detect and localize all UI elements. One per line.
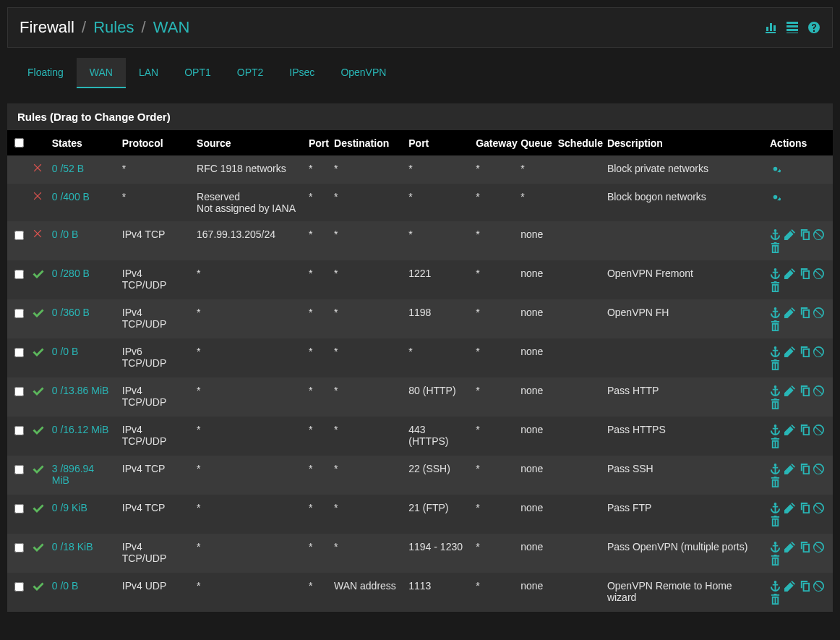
edit-icon[interactable] [784,580,796,592]
tab-opt1[interactable]: OPT1 [171,58,224,88]
delete-icon[interactable] [770,281,781,292]
states-link[interactable]: 0 /18 KiB [52,541,93,552]
tab-wan[interactable]: WAN [77,58,126,88]
breadcrumb-sub[interactable]: Rules [93,18,134,36]
rule-row[interactable]: 0 /52 B*RFC 1918 networks*****Block priv… [7,155,833,184]
row-select-checkbox[interactable] [14,504,24,513]
copy-icon[interactable] [799,424,810,435]
edit-icon[interactable] [784,424,796,435]
list-icon[interactable] [786,21,799,34]
tab-lan[interactable]: LAN [126,58,171,88]
rule-row[interactable]: 0 /18 KiBIPv4 TCP/UDP***1194 - 1230*none… [7,534,833,573]
anchor-icon[interactable] [770,541,781,552]
rule-row[interactable]: 0 /280 BIPv4 TCP/UDP***1221*noneOpenVPN … [7,260,833,299]
row-select-checkbox[interactable] [14,582,24,592]
settings-icon[interactable] [770,191,781,202]
disable-icon[interactable] [813,385,825,396]
delete-icon[interactable] [770,359,781,370]
rule-row[interactable]: 0 /360 BIPv4 TCP/UDP***1198*noneOpenVPN … [7,299,833,338]
states-link[interactable]: 0 /0 B [52,346,79,357]
cell-source-port: * [304,456,330,495]
bar-chart-icon[interactable] [764,21,777,34]
disable-icon[interactable] [813,307,825,318]
select-all-checkbox[interactable] [14,138,24,148]
tab-floating[interactable]: Floating [14,58,77,88]
rule-row[interactable]: 0 /9 KiBIPv4 TCP***21 (FTP)*nonePass FTP [7,495,833,534]
edit-icon[interactable] [784,541,796,552]
row-select-checkbox[interactable] [14,270,24,279]
states-link[interactable]: 0 /400 B [52,191,90,202]
copy-icon[interactable] [799,268,810,279]
anchor-icon[interactable] [770,346,781,357]
states-link[interactable]: 3 /896.94 MiB [52,463,94,486]
breadcrumb-leaf[interactable]: WAN [153,18,190,36]
anchor-icon[interactable] [770,463,781,474]
delete-icon[interactable] [770,476,781,487]
disable-icon[interactable] [813,346,825,357]
anchor-icon[interactable] [770,424,781,435]
tab-opt2[interactable]: OPT2 [224,58,277,88]
edit-icon[interactable] [784,268,796,279]
row-select-checkbox[interactable] [14,426,24,435]
delete-icon[interactable] [770,398,781,409]
delete-icon[interactable] [770,515,781,526]
edit-icon[interactable] [784,229,796,240]
disable-icon[interactable] [813,580,825,592]
states-link[interactable]: 0 /52 B [52,163,84,174]
row-select-checkbox[interactable] [14,387,24,396]
row-select-checkbox[interactable] [14,309,24,318]
states-link[interactable]: 0 /16.12 MiB [52,424,109,435]
delete-icon[interactable] [770,320,781,331]
disable-icon[interactable] [813,502,825,513]
anchor-icon[interactable] [770,502,781,513]
anchor-icon[interactable] [770,229,781,240]
states-link[interactable]: 0 /13.86 MiB [52,385,109,396]
tab-ipsec[interactable]: IPsec [276,58,327,88]
states-link[interactable]: 0 /9 KiB [52,502,87,513]
copy-icon[interactable] [799,541,810,552]
rule-row[interactable]: 0 /0 BIPv6 TCP/UDP*****none [7,338,833,377]
row-select-checkbox[interactable] [14,348,24,357]
states-link[interactable]: 0 /360 B [52,307,90,318]
disable-icon[interactable] [813,424,825,435]
rule-row[interactable]: 3 /896.94 MiBIPv4 TCP***22 (SSH)*nonePas… [7,456,833,495]
copy-icon[interactable] [799,307,810,318]
rule-row[interactable]: 0 /13.86 MiBIPv4 TCP/UDP***80 (HTTP)*non… [7,377,833,417]
copy-icon[interactable] [799,463,810,474]
copy-icon[interactable] [799,502,810,513]
delete-icon[interactable] [770,554,781,566]
disable-icon[interactable] [813,229,825,240]
copy-icon[interactable] [799,346,810,357]
edit-icon[interactable] [784,463,796,474]
tab-openvpn[interactable]: OpenVPN [327,58,399,88]
copy-icon[interactable] [799,580,810,592]
row-select-checkbox[interactable] [14,231,24,240]
edit-icon[interactable] [784,385,796,396]
disable-icon[interactable] [813,541,825,552]
rule-row[interactable]: 0 /0 BIPv4 TCP167.99.13.205/24****none [7,221,833,260]
help-icon[interactable] [807,21,820,34]
rule-row[interactable]: 0 /0 BIPv4 UDP**WAN address1113*noneOpen… [7,573,833,612]
row-select-checkbox[interactable] [14,543,24,552]
rule-row[interactable]: 0 /16.12 MiBIPv4 TCP/UDP***443 (HTTPS)*n… [7,417,833,456]
states-link[interactable]: 0 /280 B [52,268,90,279]
anchor-icon[interactable] [770,307,781,318]
row-select-checkbox[interactable] [14,465,24,474]
settings-icon[interactable] [770,163,781,174]
disable-icon[interactable] [813,463,825,474]
anchor-icon[interactable] [770,268,781,279]
rule-row[interactable]: 0 /400 B*ReservedNot assigned by IANA***… [7,184,833,221]
anchor-icon[interactable] [770,580,781,592]
edit-icon[interactable] [784,502,796,513]
delete-icon[interactable] [770,437,781,448]
disable-icon[interactable] [813,268,825,279]
edit-icon[interactable] [784,307,796,318]
states-link[interactable]: 0 /0 B [52,580,79,592]
delete-icon[interactable] [770,593,781,605]
copy-icon[interactable] [799,385,810,396]
anchor-icon[interactable] [770,385,781,396]
states-link[interactable]: 0 /0 B [52,229,79,240]
copy-icon[interactable] [799,229,810,240]
edit-icon[interactable] [784,346,796,357]
delete-icon[interactable] [770,242,781,253]
